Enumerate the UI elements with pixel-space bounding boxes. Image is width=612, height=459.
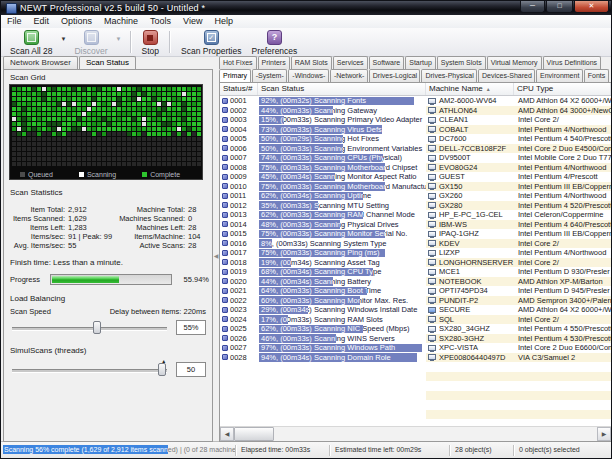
table-row[interactable]: 002164%, (00m33s) Scanning Boot Time64%,…	[220, 286, 611, 296]
table-row[interactable]: 002797%, (00m33s) Scanning Windows Path9…	[220, 343, 611, 353]
simulscans-slider-thumb[interactable]	[158, 363, 166, 376]
column-header-machine-name[interactable]: Machine Name▲	[426, 83, 514, 95]
table-row[interactable]: 001235%, (00m33s) Scanning MTU Setting35…	[220, 201, 611, 211]
menu-options[interactable]: Options	[55, 15, 98, 28]
scan-properties-button[interactable]: ✓Scan Properties	[176, 28, 246, 56]
maximize-button[interactable]: □	[546, 1, 573, 13]
table-row[interactable]: 000945%, (00m34s) Scanning Monitor Aspec…	[220, 172, 611, 182]
table-row[interactable]: 002562%, (00m33s) Scanning NIC Speed (Mb…	[220, 324, 611, 334]
computer-icon	[428, 307, 436, 313]
cpu-type-cell: Intel Pentium 4/Prescott	[514, 172, 611, 182]
tab-printers[interactable]: Printers	[258, 56, 290, 69]
table-row[interactable]: 000875%, (00m33s) Scanning Motherboard C…	[220, 163, 611, 173]
minimize-button[interactable]: ─	[520, 1, 545, 13]
status-led-icon	[222, 193, 228, 199]
tab-drives-physical[interactable]: Drives-Physical	[421, 69, 477, 82]
tab-virtual-memory[interactable]: Virtual Memory	[487, 56, 542, 69]
table-row[interactable]: 000774%, (00m33s) Scanning CPUs (Physica…	[220, 153, 611, 163]
tab-environment[interactable]: Environment	[536, 69, 583, 82]
tab-services[interactable]: Services	[333, 56, 368, 69]
table-row[interactable]: 001968%, (00m34s) Scanning CPU Type68%, …	[220, 267, 611, 277]
menu-machine[interactable]: Machine	[98, 15, 144, 28]
title-bar[interactable]: NEWT Professional v2.5 build 50 - Untitl…	[1, 1, 611, 15]
tab-system-slots[interactable]: System Slots	[437, 56, 486, 69]
scan-all-28-dropdown-icon[interactable]: ▼	[58, 36, 70, 42]
column-header-scan-status[interactable]: Scan Status	[258, 83, 426, 95]
tab-ram-slots[interactable]: RAM Slots	[291, 56, 332, 69]
table-row[interactable]: 000244%, (00m33s) Scanning Gateway44%, (…	[220, 106, 611, 116]
table-row[interactable]: 001362%, (00m33s) Scanning RAM Channel M…	[220, 210, 611, 220]
column-header-cpu-type[interactable]: CPU Type	[514, 83, 611, 95]
status-led-icon	[222, 164, 228, 170]
tab-scan-status[interactable]: Scan Status	[79, 56, 136, 69]
table-row[interactable]: 001448%, (00m33s) Scanning Physical Driv…	[220, 220, 611, 230]
table-row[interactable]: 002260%, (00m33s) Scanning Monitor Max. …	[220, 296, 611, 306]
splitter-collapse-icon[interactable]: ◀	[214, 252, 219, 259]
scrollbar-thumb[interactable]	[234, 427, 274, 441]
menu-edit[interactable]: Edit	[28, 15, 56, 28]
scan-statistics: Item Total:2,912Items Scanned:1,629Items…	[7, 205, 209, 250]
tab-fonts[interactable]: Fonts	[584, 69, 609, 82]
tab-devices-shared[interactable]: Devices-Shared	[478, 69, 535, 82]
tab-hot-fixes[interactable]: Hot Fixes	[219, 56, 257, 69]
discover-button[interactable]: Discover	[69, 28, 112, 56]
discover-dropdown-icon[interactable]: ▼	[113, 36, 125, 42]
scroll-left-icon[interactable]: ◀	[220, 427, 234, 441]
empty-row	[220, 410, 611, 420]
scroll-right-icon[interactable]: ▶	[597, 427, 611, 441]
table-row[interactable]: 001075%, (00m33s) Scanning Motherboard M…	[220, 182, 611, 192]
scan-speed-slider-thumb[interactable]	[93, 321, 101, 334]
status-led-icon	[222, 202, 228, 208]
menu-view[interactable]: View	[177, 15, 208, 28]
close-button[interactable]: ✕	[574, 1, 609, 13]
preferences-button[interactable]: ?Preferences	[246, 28, 302, 56]
computer-icon	[428, 326, 436, 332]
machine-name-cell: GX280	[426, 201, 514, 211]
table-row[interactable]: 001575%, (00m33s) Scanning Monitor Seria…	[220, 229, 611, 239]
menu-tools[interactable]: Tools	[144, 15, 177, 28]
right-tab-strip-row2: Primary-System--Windows--Network-Drives-…	[219, 69, 610, 82]
table-row[interactable]: 002894%, (00m34s) Scanning Domain Role94…	[220, 353, 611, 363]
row-number-cell: 0024	[220, 315, 258, 325]
row-number-cell: 0001	[220, 96, 258, 106]
table-row[interactable]: 000650%, (00m33s) Scanning Environment V…	[220, 144, 611, 154]
table-row[interactable]: 000315%, (00m33s) Scanning Primary Video…	[220, 115, 611, 125]
scan-all-28-button[interactable]: Scan All 28	[5, 28, 58, 56]
table-row[interactable]: 001162%, (00m34s) Scanning Uptime62%, (0…	[220, 191, 611, 201]
table-row[interactable]: 00168%, (00m33s) Scanning System Type8%,…	[220, 239, 611, 249]
table-row[interactable]: 002329%, (00m34s) Scanning Windows Insta…	[220, 305, 611, 315]
tab-system[interactable]: -System-	[252, 69, 288, 82]
simulscans-slider[interactable]: ▲	[10, 361, 169, 378]
status-bar: Scanning 56% complete (1,629 of 2,912 it…	[1, 441, 611, 458]
table-row[interactable]: 001819%, (00m34s) Scanning Asset Tag19%,…	[220, 258, 611, 268]
tab-software[interactable]: Software	[369, 56, 405, 69]
table-row[interactable]: 002646%, (00m33s) Scanning WINS Servers4…	[220, 334, 611, 344]
scan-speed-slider[interactable]	[10, 319, 169, 336]
table-row[interactable]: 000473%, (00m33s) Scanning Virus Defs73%…	[220, 125, 611, 135]
scan-progress-cell: 48%, (00m33s) Scanning Physical Drives48…	[258, 220, 426, 230]
tab-network-browser[interactable]: Network Browser	[3, 56, 78, 69]
tab-drives-logical[interactable]: Drives-Logical	[369, 69, 421, 82]
tab-startup[interactable]: Startup	[405, 56, 436, 69]
row-number-cell: 0007	[220, 153, 258, 163]
table-row[interactable]: 002417%, (00m33s) Scanning RAM Slots17%,…	[220, 315, 611, 325]
table-row[interactable]: 002044%, (00m34s) Scanning Battery44%, (…	[220, 277, 611, 287]
table-row[interactable]: 000550%, (00m29s) Scanning Hot Fixes50%,…	[220, 134, 611, 144]
menu-file[interactable]: File	[1, 15, 28, 28]
object-count: 28 object(s)	[451, 442, 513, 458]
tab-virus-definitions[interactable]: Virus Definitions	[543, 56, 601, 69]
tab-network[interactable]: -Network-	[330, 69, 368, 82]
scan-progress-cell: 92%, (00m32s) Scanning Fonts92%, (00m32s…	[258, 96, 426, 106]
status-led-icon	[222, 231, 228, 237]
selected-object-count: 0 object(s) selected	[515, 442, 611, 458]
menu-help[interactable]: Help	[208, 15, 239, 28]
column-header-status-num[interactable]: Status/#	[220, 83, 258, 95]
stop-button[interactable]: Stop	[137, 28, 165, 56]
table-row[interactable]: 001775%, (00m33s) Scanning Ping (ms)75%,…	[220, 248, 611, 258]
preferences-icon: ?	[267, 30, 282, 45]
horizontal-scrollbar[interactable]: ◀ ▶	[220, 426, 611, 441]
tab-windows[interactable]: -Windows-	[288, 69, 329, 82]
tab-primary[interactable]: Primary	[219, 69, 251, 82]
computer-icon	[428, 212, 436, 218]
table-row[interactable]: 000192%, (00m32s) Scanning Fonts92%, (00…	[220, 96, 611, 106]
